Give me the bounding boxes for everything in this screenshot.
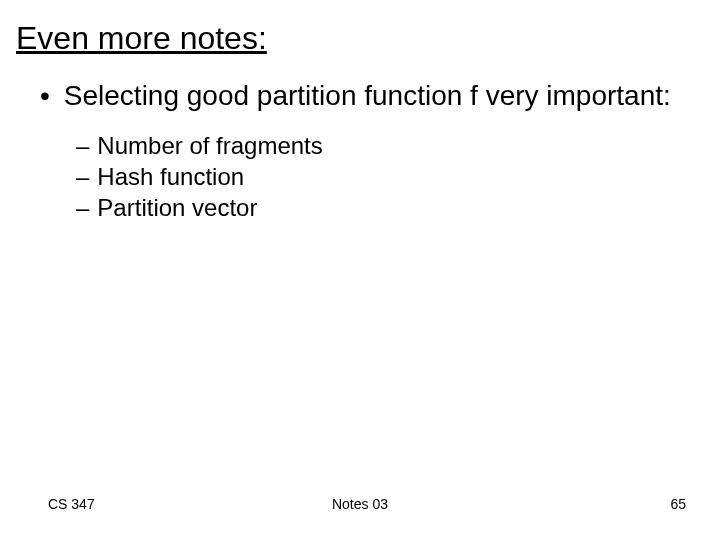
- bullet-dash-icon: –: [76, 162, 89, 192]
- bullet-text: Selecting good partition function f very…: [64, 79, 671, 113]
- sub-bullet-text: Number of fragments: [97, 131, 322, 161]
- footer-center: Notes 03: [332, 496, 388, 512]
- bullet-level2: – Number of fragments: [76, 131, 690, 161]
- slide-content: Even more notes: • Selecting good partit…: [0, 0, 720, 223]
- slide-title: Even more notes:: [16, 20, 690, 57]
- bullet-dash-icon: –: [76, 131, 89, 161]
- bullet-level1: • Selecting good partition function f ve…: [40, 79, 690, 113]
- bullet-dot-icon: •: [40, 79, 50, 113]
- sub-bullet-text: Hash function: [97, 162, 244, 192]
- sub-bullet-text: Partition vector: [97, 193, 257, 223]
- bullet-level2: – Partition vector: [76, 193, 690, 223]
- sub-bullet-list: – Number of fragments – Hash function – …: [76, 131, 690, 223]
- slide-footer: CS 347 Notes 03 65: [0, 496, 720, 512]
- bullet-dash-icon: –: [76, 193, 89, 223]
- footer-left: CS 347: [48, 496, 95, 512]
- footer-right: 65: [670, 496, 686, 512]
- bullet-level2: – Hash function: [76, 162, 690, 192]
